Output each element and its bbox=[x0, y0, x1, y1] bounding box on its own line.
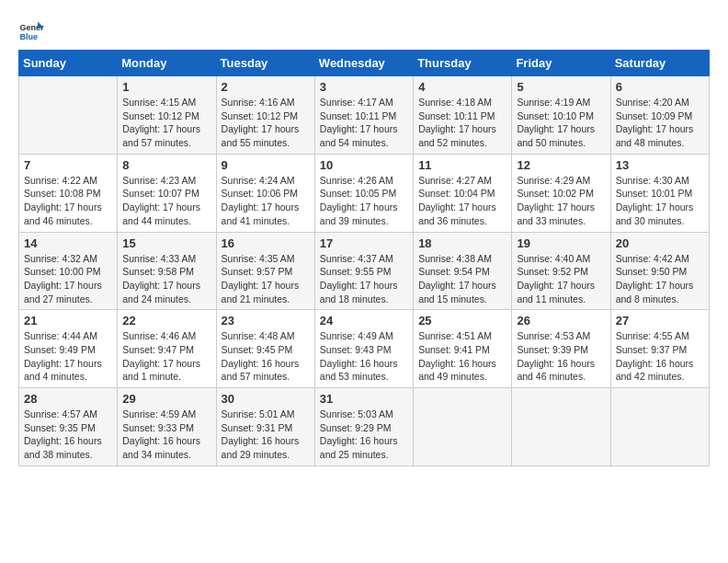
day-info: Sunrise: 4:57 AMSunset: 9:35 PMDaylight:… bbox=[24, 408, 112, 462]
calendar-cell: 14Sunrise: 4:32 AMSunset: 10:00 PMDaylig… bbox=[19, 232, 118, 310]
calendar-cell: 2Sunrise: 4:16 AMSunset: 10:12 PMDayligh… bbox=[216, 76, 314, 155]
day-info: Sunrise: 4:59 AMSunset: 9:33 PMDaylight:… bbox=[122, 408, 210, 462]
day-info: Sunrise: 4:32 AMSunset: 10:00 PMDaylight… bbox=[24, 252, 112, 306]
calendar-cell: 26Sunrise: 4:53 AMSunset: 9:39 PMDayligh… bbox=[512, 310, 610, 388]
day-number: 5 bbox=[517, 80, 605, 94]
calendar-cell: 28Sunrise: 4:57 AMSunset: 9:35 PMDayligh… bbox=[19, 388, 118, 466]
day-number: 1 bbox=[122, 80, 210, 94]
day-number: 14 bbox=[24, 236, 112, 250]
header-monday: Monday bbox=[118, 51, 216, 76]
day-info: Sunrise: 4:33 AMSunset: 9:58 PMDaylight:… bbox=[122, 252, 210, 306]
day-number: 16 bbox=[222, 236, 310, 250]
calendar-cell: 6Sunrise: 4:20 AMSunset: 10:09 PMDayligh… bbox=[610, 76, 709, 155]
day-number: 10 bbox=[320, 158, 408, 172]
calendar-cell: 15Sunrise: 4:33 AMSunset: 9:58 PMDayligh… bbox=[118, 232, 216, 310]
calendar-cell bbox=[19, 76, 118, 155]
header-wednesday: Wednesday bbox=[314, 51, 413, 76]
day-info: Sunrise: 4:19 AMSunset: 10:10 PMDaylight… bbox=[517, 96, 605, 150]
header-tuesday: Tuesday bbox=[216, 51, 314, 76]
calendar-week-row: 1Sunrise: 4:15 AMSunset: 10:12 PMDayligh… bbox=[19, 76, 710, 155]
day-number: 15 bbox=[122, 236, 210, 250]
day-info: Sunrise: 4:40 AMSunset: 9:52 PMDaylight:… bbox=[517, 252, 605, 306]
day-number: 31 bbox=[320, 392, 408, 406]
calendar-cell bbox=[610, 388, 709, 466]
day-number: 20 bbox=[616, 236, 704, 250]
svg-text:Blue: Blue bbox=[19, 32, 38, 41]
logo: General Blue bbox=[18, 18, 44, 44]
day-number: 21 bbox=[24, 314, 112, 327]
day-info: Sunrise: 4:53 AMSunset: 9:39 PMDaylight:… bbox=[517, 329, 605, 384]
day-number: 6 bbox=[616, 80, 704, 94]
day-number: 17 bbox=[320, 236, 408, 250]
day-number: 3 bbox=[320, 80, 408, 94]
calendar-cell: 25Sunrise: 4:51 AMSunset: 9:41 PMDayligh… bbox=[414, 310, 512, 388]
day-number: 19 bbox=[517, 236, 605, 250]
day-info: Sunrise: 4:29 AMSunset: 10:02 PMDaylight… bbox=[517, 174, 605, 228]
calendar-cell: 27Sunrise: 4:55 AMSunset: 9:37 PMDayligh… bbox=[610, 310, 709, 388]
calendar-cell: 1Sunrise: 4:15 AMSunset: 10:12 PMDayligh… bbox=[118, 76, 216, 155]
calendar-cell: 7Sunrise: 4:22 AMSunset: 10:08 PMDayligh… bbox=[19, 154, 118, 232]
day-info: Sunrise: 5:03 AMSunset: 9:29 PMDaylight:… bbox=[320, 408, 408, 462]
day-number: 11 bbox=[418, 158, 506, 172]
calendar-cell: 3Sunrise: 4:17 AMSunset: 10:11 PMDayligh… bbox=[314, 76, 413, 155]
day-info: Sunrise: 4:23 AMSunset: 10:07 PMDaylight… bbox=[122, 174, 210, 228]
day-number: 12 bbox=[517, 158, 605, 172]
header-saturday: Saturday bbox=[610, 51, 709, 76]
calendar-table: Sunday Monday Tuesday Wednesday Thursday… bbox=[18, 50, 710, 466]
day-info: Sunrise: 4:46 AMSunset: 9:47 PMDaylight:… bbox=[122, 329, 210, 384]
day-number: 13 bbox=[616, 158, 704, 172]
calendar-cell: 9Sunrise: 4:24 AMSunset: 10:06 PMDayligh… bbox=[216, 154, 314, 232]
calendar-week-row: 7Sunrise: 4:22 AMSunset: 10:08 PMDayligh… bbox=[19, 154, 710, 232]
day-number: 30 bbox=[222, 392, 310, 406]
logo-icon: General Blue bbox=[18, 18, 44, 44]
day-info: Sunrise: 4:26 AMSunset: 10:05 PMDaylight… bbox=[320, 174, 408, 228]
calendar-cell: 5Sunrise: 4:19 AMSunset: 10:10 PMDayligh… bbox=[512, 76, 610, 155]
calendar-week-row: 14Sunrise: 4:32 AMSunset: 10:00 PMDaylig… bbox=[19, 232, 710, 310]
day-number: 2 bbox=[222, 80, 310, 94]
day-info: Sunrise: 4:16 AMSunset: 10:12 PMDaylight… bbox=[222, 96, 310, 150]
day-info: Sunrise: 4:49 AMSunset: 9:43 PMDaylight:… bbox=[320, 329, 408, 384]
calendar-cell: 17Sunrise: 4:37 AMSunset: 9:55 PMDayligh… bbox=[314, 232, 413, 310]
calendar-cell: 13Sunrise: 4:30 AMSunset: 10:01 PMDaylig… bbox=[610, 154, 709, 232]
day-info: Sunrise: 4:18 AMSunset: 10:11 PMDaylight… bbox=[418, 96, 506, 150]
day-number: 4 bbox=[418, 80, 506, 94]
calendar-cell: 21Sunrise: 4:44 AMSunset: 9:49 PMDayligh… bbox=[19, 310, 118, 388]
day-info: Sunrise: 4:37 AMSunset: 9:55 PMDaylight:… bbox=[320, 252, 408, 306]
day-info: Sunrise: 4:30 AMSunset: 10:01 PMDaylight… bbox=[616, 174, 704, 228]
day-number: 23 bbox=[222, 314, 310, 327]
day-info: Sunrise: 4:35 AMSunset: 9:57 PMDaylight:… bbox=[222, 252, 310, 306]
page-header: General Blue bbox=[18, 18, 710, 44]
calendar-cell: 22Sunrise: 4:46 AMSunset: 9:47 PMDayligh… bbox=[118, 310, 216, 388]
calendar-cell: 11Sunrise: 4:27 AMSunset: 10:04 PMDaylig… bbox=[414, 154, 512, 232]
calendar-cell: 31Sunrise: 5:03 AMSunset: 9:29 PMDayligh… bbox=[314, 388, 413, 466]
calendar-cell: 4Sunrise: 4:18 AMSunset: 10:11 PMDayligh… bbox=[414, 76, 512, 155]
day-info: Sunrise: 4:42 AMSunset: 9:50 PMDaylight:… bbox=[616, 252, 704, 306]
day-info: Sunrise: 4:55 AMSunset: 9:37 PMDaylight:… bbox=[616, 329, 704, 384]
day-info: Sunrise: 4:17 AMSunset: 10:11 PMDaylight… bbox=[320, 96, 408, 150]
day-number: 28 bbox=[24, 392, 112, 406]
day-info: Sunrise: 4:24 AMSunset: 10:06 PMDaylight… bbox=[222, 174, 310, 228]
calendar-cell bbox=[512, 388, 610, 466]
calendar-cell: 24Sunrise: 4:49 AMSunset: 9:43 PMDayligh… bbox=[314, 310, 413, 388]
calendar-week-row: 21Sunrise: 4:44 AMSunset: 9:49 PMDayligh… bbox=[19, 310, 710, 388]
day-info: Sunrise: 4:20 AMSunset: 10:09 PMDaylight… bbox=[616, 96, 704, 150]
day-info: Sunrise: 4:15 AMSunset: 10:12 PMDaylight… bbox=[122, 96, 210, 150]
day-number: 8 bbox=[122, 158, 210, 172]
calendar-cell bbox=[414, 388, 512, 466]
day-number: 27 bbox=[616, 314, 704, 327]
calendar-cell: 29Sunrise: 4:59 AMSunset: 9:33 PMDayligh… bbox=[118, 388, 216, 466]
day-info: Sunrise: 4:48 AMSunset: 9:45 PMDaylight:… bbox=[222, 329, 310, 384]
day-info: Sunrise: 4:44 AMSunset: 9:49 PMDaylight:… bbox=[24, 329, 112, 384]
calendar-cell: 10Sunrise: 4:26 AMSunset: 10:05 PMDaylig… bbox=[314, 154, 413, 232]
day-number: 18 bbox=[418, 236, 506, 250]
calendar-cell: 18Sunrise: 4:38 AMSunset: 9:54 PMDayligh… bbox=[414, 232, 512, 310]
day-number: 29 bbox=[122, 392, 210, 406]
day-info: Sunrise: 4:38 AMSunset: 9:54 PMDaylight:… bbox=[418, 252, 506, 306]
header-friday: Friday bbox=[512, 51, 610, 76]
calendar-cell: 20Sunrise: 4:42 AMSunset: 9:50 PMDayligh… bbox=[610, 232, 709, 310]
calendar-header-row: Sunday Monday Tuesday Wednesday Thursday… bbox=[19, 51, 710, 76]
header-thursday: Thursday bbox=[414, 51, 512, 76]
day-info: Sunrise: 4:22 AMSunset: 10:08 PMDaylight… bbox=[24, 174, 112, 228]
day-number: 22 bbox=[122, 314, 210, 327]
calendar-cell: 12Sunrise: 4:29 AMSunset: 10:02 PMDaylig… bbox=[512, 154, 610, 232]
